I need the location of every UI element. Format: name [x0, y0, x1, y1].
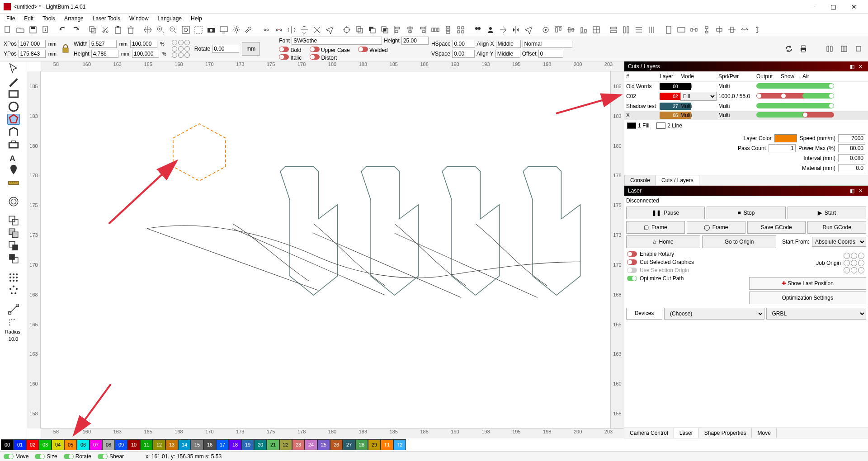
- align-vcenter-icon[interactable]: [590, 24, 602, 35]
- weld-tool-icon[interactable]: [7, 215, 20, 226]
- device-choose-select[interactable]: (Choose): [664, 308, 764, 320]
- palette-chip-14[interactable]: 14: [178, 439, 191, 450]
- align-center-icon[interactable]: [404, 24, 416, 35]
- xpos-input[interactable]: [19, 40, 46, 48]
- cuts-close-icon[interactable]: ✕: [856, 64, 864, 70]
- cuts-row[interactable]: Shadow test 27 Multi Multi: [624, 102, 868, 111]
- refresh-icon[interactable]: [783, 43, 795, 54]
- tab-move[interactable]: Move: [752, 428, 776, 438]
- job-origin-grid[interactable]: [844, 253, 864, 273]
- rectangle-tool-icon[interactable]: [7, 89, 20, 99]
- menu-tools[interactable]: Tools: [39, 14, 59, 23]
- camera-icon[interactable]: [205, 24, 217, 35]
- enable-rotary-toggle[interactable]: [627, 251, 637, 257]
- align-right-icon[interactable]: [417, 24, 429, 35]
- text-tool-icon[interactable]: A: [7, 152, 20, 163]
- width-pct-input[interactable]: [130, 40, 157, 48]
- redo-icon[interactable]: [70, 24, 81, 35]
- stack2-icon[interactable]: [620, 24, 632, 35]
- zoom-out-icon[interactable]: [167, 24, 179, 35]
- tab-laser[interactable]: Laser: [674, 428, 699, 438]
- offset-input[interactable]: [538, 50, 563, 58]
- upper-toggle[interactable]: [310, 47, 320, 52]
- palette-chip-02[interactable]: 02: [26, 439, 39, 450]
- palette-chip-07[interactable]: 07: [90, 439, 102, 450]
- maketall-icon[interactable]: [751, 24, 763, 35]
- pass-input[interactable]: [769, 144, 796, 152]
- page-v-icon[interactable]: [663, 24, 675, 35]
- status-move-toggle[interactable]: [4, 454, 14, 459]
- maximize-button[interactable]: ▢: [823, 0, 844, 13]
- distribute-cols-icon[interactable]: [646, 24, 657, 35]
- tab-cuts-layers[interactable]: Cuts / Layers: [656, 175, 699, 185]
- interval-input[interactable]: [838, 154, 865, 162]
- palette-chip-26[interactable]: 26: [330, 439, 343, 450]
- status-shear-toggle[interactable]: [98, 454, 108, 459]
- weld3-tool-icon[interactable]: [7, 240, 20, 251]
- send-icon[interactable]: [324, 24, 335, 35]
- menu-laser-tools[interactable]: Laser Tools: [89, 14, 124, 23]
- palette-chip-04[interactable]: 04: [52, 439, 64, 450]
- italic-toggle[interactable]: [279, 54, 289, 60]
- palette-chip-08[interactable]: 08: [102, 439, 115, 450]
- width-input[interactable]: [90, 40, 117, 48]
- palette-chip-09[interactable]: 09: [115, 439, 127, 450]
- menu-help[interactable]: Help: [187, 14, 206, 23]
- weld4-tool-icon[interactable]: [7, 253, 20, 264]
- zoom-in-icon[interactable]: [155, 24, 166, 35]
- boolean-union-icon[interactable]: [354, 24, 365, 35]
- offset-tool-icon[interactable]: [7, 196, 20, 207]
- target2-icon[interactable]: [540, 24, 552, 35]
- palette-chip-20[interactable]: 20: [254, 439, 267, 450]
- palette-chip-25[interactable]: 25: [317, 439, 330, 450]
- home-button[interactable]: ⌂ Home: [626, 235, 700, 248]
- show-last-pos-button[interactable]: ✚ Show Last Position: [749, 277, 867, 290]
- align-bottom-icon[interactable]: [578, 24, 590, 35]
- radial-array-tool-icon[interactable]: [7, 285, 20, 296]
- units-button[interactable]: mm: [242, 42, 260, 56]
- edit-corners-tool-icon[interactable]: [7, 316, 20, 327]
- center2-icon[interactable]: [726, 24, 738, 35]
- palette-chip-05[interactable]: 05: [64, 439, 77, 450]
- ellipse-tool-icon[interactable]: [7, 101, 20, 112]
- undo-icon[interactable]: [57, 24, 69, 35]
- air-toggle[interactable]: [802, 93, 834, 99]
- order-icon2[interactable]: [838, 43, 850, 54]
- page-h-icon[interactable]: [675, 24, 687, 35]
- tab-tool-icon[interactable]: [7, 139, 20, 150]
- laser-close-icon[interactable]: ✕: [856, 188, 864, 194]
- palette-chip-24[interactable]: 24: [305, 439, 317, 450]
- power-input[interactable]: [838, 144, 865, 152]
- open-icon[interactable]: [14, 24, 26, 35]
- zoom-frame-icon[interactable]: [180, 24, 192, 35]
- zoom-selection-icon[interactable]: [193, 24, 204, 35]
- palette-chip-03[interactable]: 03: [39, 439, 52, 450]
- align-middle-icon[interactable]: [565, 24, 577, 35]
- status-rotate-toggle[interactable]: [64, 454, 74, 459]
- menu-edit[interactable]: Edit: [20, 14, 37, 23]
- ypos-input[interactable]: [19, 50, 46, 58]
- status-size-toggle[interactable]: [35, 454, 45, 459]
- marker-tool-icon[interactable]: [7, 165, 20, 175]
- optimization-settings-button[interactable]: Optimization Settings: [749, 292, 867, 304]
- center1-icon[interactable]: [713, 24, 725, 35]
- ungroup-icon[interactable]: [273, 24, 285, 35]
- anchor-grid[interactable]: [172, 40, 190, 58]
- pause-button[interactable]: ❚❚Pause: [626, 207, 705, 219]
- save-icon[interactable]: [27, 24, 39, 35]
- spacing2-icon[interactable]: [701, 24, 712, 35]
- air-toggle[interactable]: [802, 83, 834, 89]
- frame-rect-button[interactable]: ▢ Frame: [626, 221, 685, 234]
- layer-color-swatch[interactable]: [774, 134, 797, 142]
- hspace-input[interactable]: [453, 40, 475, 48]
- makewide-icon[interactable]: [739, 24, 750, 35]
- devices-button[interactable]: Devices: [626, 308, 662, 320]
- welded-toggle[interactable]: [358, 47, 368, 52]
- palette-chip-27[interactable]: 27: [343, 439, 355, 450]
- align-left-icon[interactable]: [392, 24, 403, 35]
- grid-array-tool-icon[interactable]: [7, 272, 20, 283]
- save-gcode-button[interactable]: Save GCode: [747, 221, 806, 234]
- start-button[interactable]: ▶Start: [788, 207, 866, 219]
- flip-h-icon[interactable]: [286, 24, 297, 35]
- stack1-icon[interactable]: [608, 24, 619, 35]
